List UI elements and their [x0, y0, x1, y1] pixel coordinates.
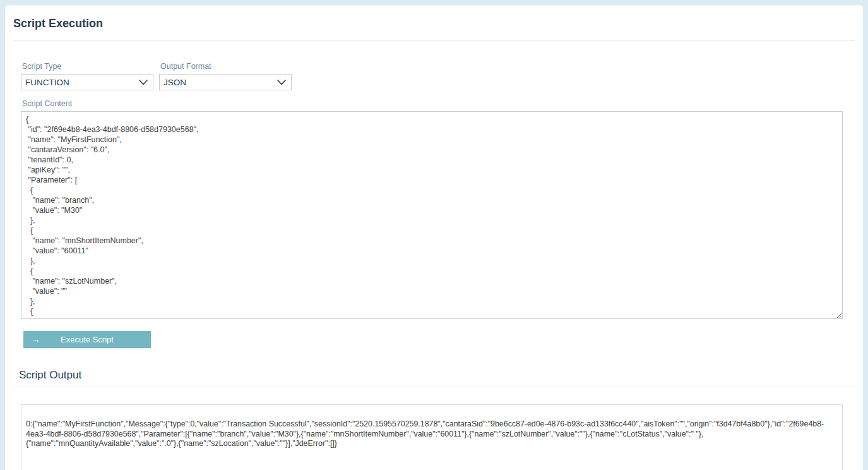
script-type-field: Script Type FUNCTION	[21, 62, 153, 90]
page-title: Script Execution	[13, 17, 855, 30]
execute-script-label: Execute Script	[61, 335, 114, 344]
output-format-select[interactable]: JSON	[159, 74, 292, 90]
script-form: Script Type FUNCTION Output Format JSON	[21, 62, 855, 348]
output-format-label: Output Format	[160, 62, 292, 71]
script-type-label: Script Type	[22, 62, 153, 71]
script-output-text: 0:{"name":"MyFirstFunction","Message":{"…	[26, 419, 837, 449]
arrow-right-icon: →	[31, 334, 40, 345]
title-divider	[13, 40, 855, 41]
output-format-field: Output Format JSON	[159, 62, 292, 90]
script-content-label: Script Content	[22, 99, 855, 108]
script-execution-panel: Script Execution Script Type FUNCTION Ou…	[5, 5, 863, 470]
output-divider	[13, 387, 855, 387]
execute-script-button[interactable]: → Execute Script	[23, 331, 151, 348]
script-content-input[interactable]: { "id": "2f69e4b8-4ea3-4bdf-8806-d58d793…	[21, 111, 843, 319]
script-output-box: 0:{"name":"MyFirstFunction","Message":{"…	[21, 404, 843, 470]
script-type-select[interactable]: FUNCTION	[21, 74, 153, 90]
output-title: Script Output	[19, 369, 855, 382]
